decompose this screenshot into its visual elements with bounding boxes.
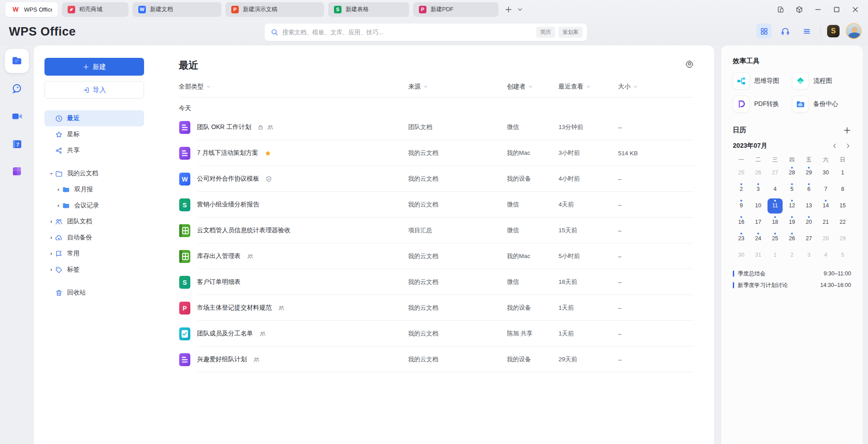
caret-right-icon[interactable] [49,267,55,272]
caret-right-icon[interactable] [56,187,62,192]
calendar-day[interactable]: 12 [784,198,800,214]
new-document-button[interactable]: 新建 [44,58,144,76]
close-icon[interactable] [848,3,863,16]
file-row[interactable]: P 市场主体登记提交材料规范 我的云文档 我的设备 1天前 – [179,295,694,321]
tab-3[interactable]: W新建文档 [133,2,221,17]
workspace-cube-icon[interactable] [792,3,807,16]
calendar-day[interactable]: 3 [801,248,816,263]
maximize-icon[interactable] [829,3,844,16]
tab-6[interactable]: P新建PDF [413,2,498,17]
sidebar-item-星标[interactable]: 星标 [44,126,144,142]
filter-来源[interactable]: 来源 [408,83,507,91]
file-row[interactable]: S 客户订单明细表 我的云文档 微信 18天前 – [179,269,694,295]
sidebar-item-团队文档[interactable]: 团队文档 [44,214,144,230]
sidebar-item-自动备份[interactable]: 自动备份 [44,230,144,246]
file-row[interactable]: 兴趣爱好组队计划 我的云文档 我的设备 29天前 – [179,347,694,372]
calendar-day[interactable]: 24 [751,231,766,246]
calendar-day[interactable]: 13 [801,198,816,214]
tab-5[interactable]: S新建表格 [328,2,409,17]
calendar-day-selected[interactable]: 11 [768,198,783,214]
tab-list-dropdown-button[interactable] [514,4,526,15]
calendar-day[interactable]: 25 [768,231,783,246]
calendar-day[interactable]: 7 [818,182,833,197]
calendar-day[interactable]: 29 [835,231,850,246]
calendar-day[interactable]: 8 [835,182,850,197]
sidebar-item-双月报[interactable]: 双月报 [44,182,144,198]
caret-right-icon[interactable] [49,219,55,224]
minimize-icon[interactable] [810,3,825,16]
calendar-day[interactable]: 30 [734,248,749,263]
apps-grid-button[interactable] [756,24,772,39]
main-menu-button[interactable] [799,24,814,39]
import-button[interactable]: 导入 [44,81,144,99]
calendar-day[interactable]: 15 [835,198,850,214]
calendar-day[interactable]: 22 [835,215,850,230]
calendar-day[interactable]: 14 [818,198,833,214]
file-row[interactable]: 团队 OKR 工作计划 团队文档 微信 13分钟前 – [179,114,694,140]
file-row[interactable]: S 营销小组业绩分析报告 我的云文档 微信 4天前 – [179,192,694,218]
file-row[interactable]: 云文档管人员信息统计表理器验收 项目汇总 微信 15天前 – [179,218,694,243]
sidebar-item-回收站[interactable]: 回收站 [44,285,144,301]
calendar-day[interactable]: 6 [801,182,816,197]
tab-2[interactable]: 稻壳商城 [62,2,129,17]
caret-right-icon[interactable] [49,251,55,256]
filter-创建者[interactable]: 创建者 [507,83,559,91]
tool-思维导图[interactable]: 思维导图 [733,73,792,89]
calendar-day[interactable]: 31 [751,248,766,263]
rail-chat-icon[interactable] [5,77,29,101]
caret-down-icon[interactable] [49,171,55,176]
gear-icon[interactable] [685,60,694,68]
file-row[interactable]: 团队成员及分工名单 我的云文档 陈旭 共享 1天前 – [179,321,694,347]
calendar-day[interactable]: 26 [751,165,766,181]
calendar-day[interactable]: 26 [784,231,800,246]
file-row[interactable]: 7 月线下活动策划方案 我的云文档 我的Mac 3小时前 514 KB [179,140,694,166]
calendar-day[interactable]: 16 [734,215,749,230]
tab-4[interactable]: P新建演示文稿 [225,2,324,17]
search-input[interactable] [282,29,533,36]
support-headset-button[interactable] [778,24,793,39]
sidebar-item-标签[interactable]: 标签 [44,262,144,278]
sidebar-item-会议记录[interactable]: 会议记录 [44,198,144,214]
calendar-day[interactable]: 19 [784,215,800,230]
sidebar-item-最近[interactable]: 最近 [44,110,144,126]
calendar-day[interactable]: 2 [734,182,749,197]
device-icon[interactable] [773,3,788,16]
tool-PDF转换[interactable]: PDF转换 [733,96,792,113]
calendar-day[interactable]: 28 [818,231,833,246]
calendar-day[interactable]: 30 [818,165,833,181]
sidebar-item-我的云文档[interactable]: 我的云文档 [44,165,144,182]
search-chip-resume[interactable]: 简历 [536,27,555,38]
sidebar-item-共享[interactable]: 共享 [44,142,144,158]
rail-apps-purple-icon[interactable] [5,159,29,183]
rail-calendar-7-icon[interactable]: 7 [5,132,29,156]
calendar-day[interactable]: 2 [784,248,800,263]
caret-right-icon[interactable] [56,203,62,208]
calendar-day[interactable]: 3 [751,182,766,197]
calendar-day[interactable]: 9 [734,198,749,214]
calendar-day[interactable]: 20 [801,215,816,230]
calendar-next-button[interactable] [845,143,851,149]
calendar-day[interactable]: 28 [784,165,800,181]
calendar-day[interactable]: 1 [768,248,783,263]
file-row[interactable]: W 公司对外合作协议模板 我的云文档 我的设备 4小时前 – [179,166,694,192]
calendar-add-button[interactable] [843,126,851,134]
tool-备份中心[interactable]: 备份中心 [792,96,851,113]
calendar-day[interactable]: 27 [768,165,783,181]
calendar-day[interactable]: 1 [835,165,850,181]
calendar-event[interactable]: 新季度学习计划讨论14:30–16:00 [733,279,851,291]
search-chip-plan[interactable]: 策划案 [559,27,583,38]
calendar-day[interactable]: 21 [818,215,833,230]
user-avatar[interactable] [846,23,862,39]
sidebar-item-常用[interactable]: 常用 [44,246,144,262]
filter-大小[interactable]: 大小 [618,83,694,91]
calendar-day[interactable]: 17 [751,215,766,230]
global-search-bar[interactable]: 简历 策划案 [265,24,587,41]
calendar-day[interactable]: 10 [751,198,766,214]
calendar-prev-button[interactable] [832,143,838,149]
calendar-day[interactable]: 4 [768,182,783,197]
tool-流程图[interactable]: 流程图 [792,73,851,89]
rail-docs-home-icon[interactable] [5,49,29,73]
calendar-day[interactable]: 27 [801,231,816,246]
membership-s-badge[interactable]: S [827,25,840,37]
calendar-event[interactable]: 季度总结会9:30–11:00 [733,268,851,279]
